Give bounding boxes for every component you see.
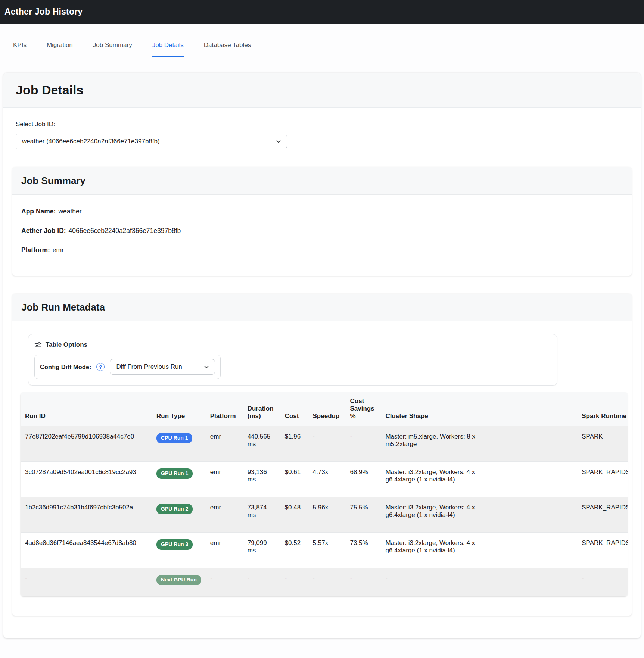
tab-migration[interactable]: Migration xyxy=(46,35,74,57)
tab-database-tables[interactable]: Database Tables xyxy=(203,35,252,57)
job-details-card: Job Details Select Job ID: weather (4066… xyxy=(3,73,641,638)
job-run-metadata-title: Job Run Metadata xyxy=(21,302,623,313)
platform-label: Platform: xyxy=(21,246,50,254)
platform-cell: emr xyxy=(206,426,243,462)
config-diff-mode-value: Diff From Previous Run xyxy=(116,363,182,371)
cost-cell: $0.48 xyxy=(280,497,308,533)
job-run-metadata-header: Job Run Metadata xyxy=(12,294,632,321)
job-summary-title: Job Summary xyxy=(21,175,623,187)
job-id-select-value: weather (4066ee6ceb2240a2af366e71e397b8f… xyxy=(22,138,160,145)
col-platform: Platform xyxy=(206,392,243,426)
cluster-shape-cell: Master: i3.2xlarge, Workers: 4 x g6.4xla… xyxy=(381,533,577,568)
run-type-cell: GPU Run 3 xyxy=(152,533,206,568)
speedup-cell: 4.73x xyxy=(308,462,346,497)
run-type-badge: GPU Run 1 xyxy=(156,468,193,479)
platform-cell: emr xyxy=(206,462,243,497)
job-id-select[interactable]: weather (4066ee6ceb2240a2af366e71e397b8f… xyxy=(16,134,287,149)
cost-savings-cell: 73.5% xyxy=(345,533,381,568)
job-summary-section: Job Summary App Name:weather Aether Job … xyxy=(12,167,632,276)
app-header: Aether Job History xyxy=(0,0,644,24)
sliders-icon xyxy=(34,341,42,349)
table-row: - Next GPU Run - - - - - - - xyxy=(21,568,628,596)
spark-runtime-cell: - xyxy=(577,568,628,596)
cost-cell: $0.52 xyxy=(280,533,308,568)
table-header-row: Run ID Run Type Platform Duration (ms) C… xyxy=(21,392,628,426)
page-title: Job Details xyxy=(16,83,628,97)
app-name-label: App Name: xyxy=(21,208,56,215)
job-run-metadata-body: Table Options Config Diff Mode: ? Diff F… xyxy=(12,321,632,616)
cost-savings-cell: - xyxy=(345,426,381,462)
cost-cell: $0.61 xyxy=(280,462,308,497)
run-id-cell: 3c07287a09d5402ea001c6c819cc2a93 xyxy=(21,462,152,497)
platform-value: emr xyxy=(53,246,64,254)
col-cost-savings: Cost Savings % xyxy=(345,392,381,426)
run-id-cell: - xyxy=(21,568,152,596)
job-summary-header: Job Summary xyxy=(12,167,632,195)
speedup-cell: 5.96x xyxy=(308,497,346,533)
run-id-cell: 77e87f202eaf4e5799d106938a44c7e0 xyxy=(21,426,152,462)
job-run-metadata-section: Job Run Metadata Table Options Config Di… xyxy=(12,294,632,616)
tab-kpis[interactable]: KPIs xyxy=(12,35,27,57)
col-cluster-shape: Cluster Shape xyxy=(381,392,577,426)
cost-savings-cell: 75.5% xyxy=(345,497,381,533)
cluster-shape-cell: Master: i3.2xlarge, Workers: 4 x g6.4xla… xyxy=(381,462,577,497)
col-run-id: Run ID xyxy=(21,392,152,426)
spark-runtime-cell: SPARK_RAPIDS xyxy=(577,462,628,497)
table-row: 77e87f202eaf4e5799d106938a44c7e0 CPU Run… xyxy=(21,426,628,462)
app-name-field: App Name:weather xyxy=(21,208,623,215)
cluster-shape-cell: Master: i3.2xlarge, Workers: 4 x g6.4xla… xyxy=(381,497,577,533)
platform-cell: emr xyxy=(206,533,243,568)
table-row: 4ad8e8d36f7146aea843544e67d8ab80 GPU Run… xyxy=(21,533,628,568)
run-type-badge: GPU Run 2 xyxy=(156,504,193,514)
chevron-down-icon xyxy=(203,364,209,370)
tab-bar: KPIs Migration Job Summary Job Details D… xyxy=(0,35,644,57)
app-title: Aether Job History xyxy=(4,7,83,17)
run-type-cell: CPU Run 1 xyxy=(152,426,206,462)
table-options-box: Table Options Config Diff Mode: ? Diff F… xyxy=(28,334,557,386)
aether-job-id-field: Aether Job ID:4066ee6ceb2240a2af366e71e3… xyxy=(21,227,623,235)
run-type-badge: GPU Run 3 xyxy=(156,539,193,550)
config-diff-mode-label: Config Diff Mode: xyxy=(40,364,91,371)
cost-cell: - xyxy=(280,568,308,596)
spark-runtime-cell: SPARK xyxy=(577,426,628,462)
table-options-title-row: Table Options xyxy=(34,341,551,349)
table-options-title: Table Options xyxy=(46,341,87,349)
col-speedup: Speedup xyxy=(308,392,346,426)
duration-cell: 440,565 ms xyxy=(243,426,280,462)
speedup-cell: 5.57x xyxy=(308,533,346,568)
table-row: 3c07287a09d5402ea001c6c819cc2a93 GPU Run… xyxy=(21,462,628,497)
cluster-shape-cell: Master: m5.xlarge, Workers: 8 x m5.2xlar… xyxy=(381,426,577,462)
tab-job-summary[interactable]: Job Summary xyxy=(92,35,133,57)
platform-cell: - xyxy=(206,568,243,596)
spark-runtime-cell: SPARK_RAPIDS xyxy=(577,497,628,533)
aether-job-id-value: 4066ee6ceb2240a2af366e71e397b8fb xyxy=(69,227,181,234)
cluster-shape-cell: - xyxy=(381,568,577,596)
duration-cell: 93,136 ms xyxy=(243,462,280,497)
run-type-badge: Next GPU Run xyxy=(156,575,201,585)
cost-savings-cell: 68.9% xyxy=(345,462,381,497)
config-diff-mode-select[interactable]: Diff From Previous Run xyxy=(110,359,215,375)
cost-cell: $1.96 xyxy=(280,426,308,462)
tab-job-details[interactable]: Job Details xyxy=(152,35,184,57)
run-type-badge: CPU Run 1 xyxy=(156,433,192,443)
cost-savings-cell: - xyxy=(345,568,381,596)
speedup-cell: - xyxy=(308,568,346,596)
job-id-select-group: Select Job ID: weather (4066ee6ceb2240a2… xyxy=(3,108,641,149)
help-icon[interactable]: ? xyxy=(96,363,105,371)
job-details-card-header: Job Details xyxy=(3,73,641,108)
run-id-cell: 1b2c36d991c74b31b4f697cbfc3b502a xyxy=(21,497,152,533)
app-name-value: weather xyxy=(58,208,81,215)
col-cost: Cost xyxy=(280,392,308,426)
job-run-table-container: Run ID Run Type Platform Duration (ms) C… xyxy=(21,392,628,596)
job-summary-body: App Name:weather Aether Job ID:4066ee6ce… xyxy=(12,195,632,276)
job-run-table: Run ID Run Type Platform Duration (ms) C… xyxy=(21,392,628,596)
platform-cell: emr xyxy=(206,497,243,533)
duration-cell: - xyxy=(243,568,280,596)
run-id-cell: 4ad8e8d36f7146aea843544e67d8ab80 xyxy=(21,533,152,568)
duration-cell: 73,874 ms xyxy=(243,497,280,533)
table-row: 1b2c36d991c74b31b4f697cbfc3b502a GPU Run… xyxy=(21,497,628,533)
config-diff-mode-row: Config Diff Mode: ? Diff From Previous R… xyxy=(34,355,221,379)
run-type-cell: GPU Run 1 xyxy=(152,462,206,497)
select-job-id-label: Select Job ID: xyxy=(16,121,628,128)
spark-runtime-cell: SPARK_RAPIDS xyxy=(577,533,628,568)
